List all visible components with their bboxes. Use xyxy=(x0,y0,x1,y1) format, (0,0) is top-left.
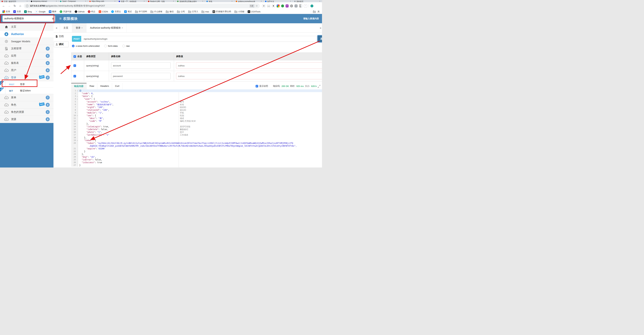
fold-icon[interactable]: ▾ xyxy=(77,95,78,98)
bookmark-item[interactable]: ESES搜索引擎文档 xyxy=(212,10,231,13)
radio-raw[interactable]: raw xyxy=(122,45,130,47)
tab-close-icon[interactable]: × xyxy=(85,0,86,2)
tab-close-icon[interactable]: × xyxy=(261,0,262,2)
response-tab-raw[interactable]: Raw xyxy=(86,83,97,89)
doc-nav-item-doc[interactable]: 文档 xyxy=(54,34,69,39)
fold-icon[interactable]: ▾ xyxy=(77,139,78,142)
globe-proxy-extension-icon[interactable] xyxy=(281,4,284,8)
show-desc-checkbox[interactable]: ✓ xyxy=(256,85,258,88)
profile-avatar-icon[interactable] xyxy=(310,4,314,8)
content-tab-主页[interactable]: 主页 xyxy=(60,23,72,32)
gitzip-extension-icon[interactable]: Git Zip xyxy=(299,4,302,8)
browser-tab[interactable]: 百度一下，你就知道× xyxy=(117,0,146,2)
param-checkbox[interactable]: ✓ xyxy=(74,64,76,67)
o-extension-icon[interactable]: O xyxy=(290,4,293,8)
browser-tab[interactable]: Sand - Composer× xyxy=(58,0,88,2)
param-value-input[interactable] xyxy=(176,62,322,69)
tab-close-icon[interactable]: × xyxy=(56,0,57,2)
param-name-input[interactable] xyxy=(111,73,170,79)
bookmark-item[interactable]: CCSDN xyxy=(99,10,108,13)
sidebar-item-用户[interactable]: API用户9 xyxy=(0,67,54,74)
collapse-right-icon[interactable]: » xyxy=(320,26,321,30)
bookmark-star-icon[interactable]: ☆ xyxy=(256,4,258,8)
sidebar-item-角色[interactable]: API角色NEW8 xyxy=(0,101,54,108)
bookmark-item[interactable]: ●百度云 xyxy=(111,10,121,13)
chrome-colored-extension-icon[interactable] xyxy=(277,4,280,8)
browser-tab[interactable]: temporary-interact× xyxy=(29,0,59,2)
content-tab-登录[interactable]: 登录× xyxy=(72,23,86,32)
browser-tab[interactable]: https://blog.csdn× xyxy=(88,0,117,2)
sidebar-op-post-登录[interactable]: NEWPOST登录 xyxy=(0,81,54,88)
bookmark-item[interactable]: 101024Tools xyxy=(248,10,260,13)
forward-icon[interactable]: → xyxy=(7,4,11,8)
fold-icon[interactable]: ▾ xyxy=(77,98,78,100)
tab-close-icon[interactable]: × xyxy=(290,0,291,2)
reload-icon[interactable]: ↻ xyxy=(13,4,17,8)
bookmark-item[interactable]: N笔记 xyxy=(124,10,132,13)
tab-close-icon[interactable]: × xyxy=(202,0,203,2)
hamburger-icon[interactable]: ≡ xyxy=(59,16,62,21)
select-all-checkbox[interactable]: ✓ xyxy=(74,55,76,58)
sidebar-item-应用[interactable]: API应用5 xyxy=(0,52,54,60)
fold-icon[interactable]: ▾ xyxy=(77,90,78,92)
doc-nav-item-debug[interactable]: 调试 xyxy=(54,42,69,47)
translate-page-icon[interactable]: G文 xyxy=(250,4,254,8)
home-icon[interactable]: ⌂ xyxy=(18,4,22,8)
response-tab-content[interactable]: 响应内容 xyxy=(71,83,86,89)
tab-close-icon[interactable]: × xyxy=(114,0,116,2)
tab-close-icon[interactable]: × xyxy=(173,0,174,2)
bookmark-item[interactable]: 微信 xyxy=(166,10,174,13)
rp-extension-icon[interactable]: RP xyxy=(286,4,288,8)
browser-tab[interactable]: grafana prometheus条× xyxy=(234,0,264,2)
bookmark-item[interactable]: 译翻译 xyxy=(49,10,56,13)
site-info-icon[interactable]: i xyxy=(26,5,28,7)
tab-close-icon[interactable]: × xyxy=(320,0,320,2)
browser-tab[interactable]: 知乎中文× xyxy=(264,0,293,2)
param-name-input[interactable] xyxy=(111,62,170,69)
collapse-left-icon[interactable]: « xyxy=(54,26,60,30)
param-value-input[interactable] xyxy=(176,73,322,79)
bookmark-item[interactable]: C开源中国 xyxy=(60,10,72,13)
bookmark-item[interactable]: GitHub xyxy=(75,10,84,13)
content-tab-Authorize-authority-权限模块[interactable]: Authorize-authority-权限模块× xyxy=(86,23,126,32)
radio-x-www-form-urlencoded[interactable]: x-www-form-urlencoded xyxy=(72,45,100,47)
bookmark-item[interactable]: mac xyxy=(202,10,209,13)
tab-close-icon[interactable]: × xyxy=(144,0,144,2)
m-extension-icon[interactable]: M xyxy=(294,4,298,8)
sidebar-item-资源[interactable]: API资源6 xyxy=(0,116,54,123)
browser-tab[interactable]: 新标签页× xyxy=(293,0,322,2)
bookmark-item[interactable]: GGoogle xyxy=(35,10,46,13)
bookmark-item[interactable]: 什么都有 xyxy=(150,10,162,13)
sidebar-item-登录[interactable]: API登录NEW2 xyxy=(0,74,54,81)
address-bar[interactable]: i 127.0.0.1:8760/api/gate/doc.html#/auth… xyxy=(24,4,260,8)
fullscreen-icon[interactable]: ↗↙ xyxy=(318,85,320,88)
response-body[interactable]: 1▾{2 "code": 0,3▾ "data": {4▾ "user": {5… xyxy=(71,89,322,168)
param-checkbox[interactable]: ✓ xyxy=(74,75,76,78)
bookmark-item[interactable]: 小目标 xyxy=(234,10,244,13)
en-translate-extension-icon[interactable]: 英 xyxy=(272,4,275,8)
tab-close-icon[interactable]: × xyxy=(82,27,82,29)
tab-close-icon[interactable]: × xyxy=(26,0,28,2)
bookmark-item[interactable]: 已导入 xyxy=(188,10,198,13)
bookmark-item[interactable]: bBing xyxy=(24,10,32,13)
fold-icon[interactable]: ▾ xyxy=(77,114,78,117)
asterisk-extension-icon[interactable]: * xyxy=(304,4,307,8)
back-icon[interactable]: ← xyxy=(2,4,6,8)
sidebar-item-角色的资源[interactable]: API角色的资源1 xyxy=(0,108,54,116)
module-select[interactable]: authority-权限模块 xyxy=(2,16,55,22)
tab-close-icon[interactable]: × xyxy=(232,0,232,2)
sidebar-item-菜单[interactable]: API菜单7 xyxy=(0,94,54,101)
browser-tab[interactable]: 审批× xyxy=(205,0,234,2)
sidebar-item-文档管理[interactable]: 文档管理3 xyxy=(0,45,54,52)
browser-tab[interactable]: 日报 - 建设0220× xyxy=(0,0,29,2)
browser-tab[interactable]: 直接使用泛型集合操作× xyxy=(176,0,205,2)
sidebar-op-get-验证token[interactable]: NEWGET验证token xyxy=(0,88,54,94)
bookmark-item[interactable]: 公司 xyxy=(177,10,185,13)
sidebar-item-Authorize[interactable]: Authorize xyxy=(0,30,54,38)
json-formatter-extension-icon[interactable]: {..} xyxy=(267,4,270,8)
reader-extension-icon[interactable]: 回 xyxy=(262,4,266,8)
bookmark-item[interactable]: 应用 xyxy=(2,10,10,13)
sidebar-item-服务表[interactable]: API服务表6 xyxy=(0,60,54,67)
sidebar-item-Swagger Models[interactable]: Swagger Models xyxy=(0,38,54,45)
bookmark-item[interactable]: 学习资料 xyxy=(135,10,147,13)
